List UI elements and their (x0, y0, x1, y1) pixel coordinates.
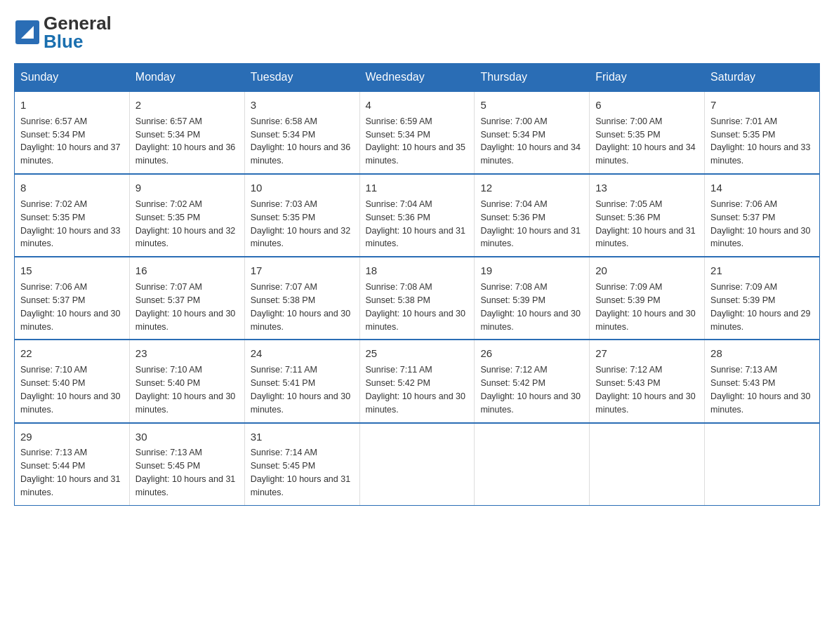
logo-icon (14, 19, 41, 46)
calendar-cell: 18Sunrise: 7:08 AMSunset: 5:38 PMDayligh… (359, 257, 475, 340)
day-info: Sunrise: 7:08 AMSunset: 5:39 PMDaylight:… (480, 282, 580, 332)
day-number: 7 (710, 98, 814, 113)
calendar-cell: 22Sunrise: 7:10 AMSunset: 5:40 PMDayligh… (15, 340, 130, 422)
day-info: Sunrise: 6:58 AMSunset: 5:34 PMDaylight:… (251, 116, 350, 166)
day-info: Sunrise: 7:04 AMSunset: 5:36 PMDaylight:… (366, 199, 465, 249)
day-number: 12 (480, 180, 583, 196)
day-number: 18 (366, 263, 469, 279)
calendar-cell: 12Sunrise: 7:04 AMSunset: 5:36 PMDayligh… (475, 174, 590, 257)
calendar-cell: 17Sunrise: 7:07 AMSunset: 5:38 PMDayligh… (244, 257, 359, 340)
day-number: 8 (20, 180, 124, 196)
calendar-cell: 31Sunrise: 7:14 AMSunset: 5:45 PMDayligh… (244, 423, 359, 506)
logo-blue-text: Blue (44, 32, 112, 51)
day-info: Sunrise: 6:57 AMSunset: 5:34 PMDaylight:… (135, 116, 235, 166)
day-number: 17 (251, 263, 354, 279)
calendar-cell: 27Sunrise: 7:12 AMSunset: 5:43 PMDayligh… (590, 340, 705, 422)
day-info: Sunrise: 7:12 AMSunset: 5:43 PMDaylight:… (595, 365, 695, 415)
day-number: 16 (135, 263, 239, 279)
calendar-cell (475, 423, 590, 506)
day-info: Sunrise: 7:01 AMSunset: 5:35 PMDaylight:… (710, 116, 810, 166)
calendar-cell: 15Sunrise: 7:06 AMSunset: 5:37 PMDayligh… (15, 257, 130, 340)
calendar-cell: 26Sunrise: 7:12 AMSunset: 5:42 PMDayligh… (475, 340, 590, 422)
calendar-cell: 20Sunrise: 7:09 AMSunset: 5:39 PMDayligh… (590, 257, 705, 340)
logo-general-text: General (44, 14, 112, 32)
calendar-cell: 8Sunrise: 7:02 AMSunset: 5:35 PMDaylight… (15, 174, 130, 257)
calendar-cell: 6Sunrise: 7:00 AMSunset: 5:35 PMDaylight… (590, 91, 705, 174)
header-friday: Friday (590, 64, 705, 92)
calendar-cell: 24Sunrise: 7:11 AMSunset: 5:41 PMDayligh… (244, 340, 359, 422)
calendar-cell: 13Sunrise: 7:05 AMSunset: 5:36 PMDayligh… (590, 174, 705, 257)
calendar-cell: 3Sunrise: 6:58 AMSunset: 5:34 PMDaylight… (244, 91, 359, 174)
day-info: Sunrise: 7:00 AMSunset: 5:35 PMDaylight:… (595, 116, 695, 166)
day-number: 20 (595, 263, 699, 279)
day-number: 6 (595, 98, 699, 113)
calendar-cell: 14Sunrise: 7:06 AMSunset: 5:37 PMDayligh… (705, 174, 820, 257)
day-number: 3 (251, 98, 354, 113)
day-info: Sunrise: 7:13 AMSunset: 5:45 PMDaylight:… (135, 448, 235, 497)
page-header: General Blue (14, 14, 820, 51)
week-row-3: 15Sunrise: 7:06 AMSunset: 5:37 PMDayligh… (15, 257, 820, 340)
calendar-cell (590, 423, 705, 506)
day-info: Sunrise: 7:08 AMSunset: 5:38 PMDaylight:… (366, 282, 465, 332)
day-number: 9 (135, 180, 239, 196)
day-info: Sunrise: 7:03 AMSunset: 5:35 PMDaylight:… (251, 199, 350, 249)
calendar-cell: 29Sunrise: 7:13 AMSunset: 5:44 PMDayligh… (15, 423, 130, 506)
calendar-cell: 10Sunrise: 7:03 AMSunset: 5:35 PMDayligh… (244, 174, 359, 257)
day-info: Sunrise: 7:09 AMSunset: 5:39 PMDaylight:… (595, 282, 695, 332)
logo: General Blue (14, 14, 112, 51)
day-number: 31 (251, 429, 354, 445)
day-number: 10 (251, 180, 354, 196)
day-number: 23 (135, 346, 239, 361)
day-number: 25 (366, 346, 469, 361)
calendar-cell: 2Sunrise: 6:57 AMSunset: 5:34 PMDaylight… (129, 91, 244, 174)
day-number: 4 (366, 98, 469, 113)
week-row-2: 8Sunrise: 7:02 AMSunset: 5:35 PMDaylight… (15, 174, 820, 257)
day-info: Sunrise: 7:11 AMSunset: 5:41 PMDaylight:… (251, 365, 350, 415)
day-info: Sunrise: 7:10 AMSunset: 5:40 PMDaylight:… (135, 365, 235, 415)
day-info: Sunrise: 7:13 AMSunset: 5:44 PMDaylight:… (20, 448, 120, 497)
calendar-cell: 19Sunrise: 7:08 AMSunset: 5:39 PMDayligh… (475, 257, 590, 340)
day-info: Sunrise: 7:13 AMSunset: 5:43 PMDaylight:… (710, 365, 810, 415)
calendar-cell: 1Sunrise: 6:57 AMSunset: 5:34 PMDaylight… (15, 91, 130, 174)
day-info: Sunrise: 7:04 AMSunset: 5:36 PMDaylight:… (480, 199, 580, 249)
week-row-1: 1Sunrise: 6:57 AMSunset: 5:34 PMDaylight… (15, 91, 820, 174)
day-number: 2 (135, 98, 239, 113)
day-info: Sunrise: 7:02 AMSunset: 5:35 PMDaylight:… (135, 199, 235, 249)
day-info: Sunrise: 7:11 AMSunset: 5:42 PMDaylight:… (366, 365, 465, 415)
header-wednesday: Wednesday (359, 64, 475, 92)
calendar-cell: 7Sunrise: 7:01 AMSunset: 5:35 PMDaylight… (705, 91, 820, 174)
day-info: Sunrise: 7:14 AMSunset: 5:45 PMDaylight:… (251, 448, 350, 497)
day-number: 21 (710, 263, 814, 279)
day-info: Sunrise: 7:07 AMSunset: 5:37 PMDaylight:… (135, 282, 235, 332)
week-row-5: 29Sunrise: 7:13 AMSunset: 5:44 PMDayligh… (15, 423, 820, 506)
day-info: Sunrise: 7:06 AMSunset: 5:37 PMDaylight:… (20, 282, 120, 332)
day-number: 5 (480, 98, 583, 113)
calendar-cell (705, 423, 820, 506)
calendar-cell: 28Sunrise: 7:13 AMSunset: 5:43 PMDayligh… (705, 340, 820, 422)
header-tuesday: Tuesday (244, 64, 359, 92)
day-number: 1 (20, 98, 124, 113)
week-row-4: 22Sunrise: 7:10 AMSunset: 5:40 PMDayligh… (15, 340, 820, 422)
calendar-cell: 25Sunrise: 7:11 AMSunset: 5:42 PMDayligh… (359, 340, 475, 422)
header-saturday: Saturday (705, 64, 820, 92)
calendar-cell: 9Sunrise: 7:02 AMSunset: 5:35 PMDaylight… (129, 174, 244, 257)
header-thursday: Thursday (475, 64, 590, 92)
day-number: 28 (710, 346, 814, 361)
day-info: Sunrise: 7:09 AMSunset: 5:39 PMDaylight:… (710, 282, 810, 332)
day-number: 22 (20, 346, 124, 361)
header-monday: Monday (129, 64, 244, 92)
day-info: Sunrise: 7:12 AMSunset: 5:42 PMDaylight:… (480, 365, 580, 415)
header-sunday: Sunday (15, 64, 130, 92)
day-info: Sunrise: 7:05 AMSunset: 5:36 PMDaylight:… (595, 199, 695, 249)
day-info: Sunrise: 7:10 AMSunset: 5:40 PMDaylight:… (20, 365, 120, 415)
calendar-cell: 30Sunrise: 7:13 AMSunset: 5:45 PMDayligh… (129, 423, 244, 506)
day-number: 30 (135, 429, 239, 445)
day-number: 13 (595, 180, 699, 196)
day-number: 15 (20, 263, 124, 279)
day-info: Sunrise: 7:02 AMSunset: 5:35 PMDaylight:… (20, 199, 120, 249)
day-info: Sunrise: 7:00 AMSunset: 5:34 PMDaylight:… (480, 116, 580, 166)
day-info: Sunrise: 7:06 AMSunset: 5:37 PMDaylight:… (710, 199, 810, 249)
calendar-table: SundayMondayTuesdayWednesdayThursdayFrid… (14, 63, 820, 506)
calendar-cell: 5Sunrise: 7:00 AMSunset: 5:34 PMDaylight… (475, 91, 590, 174)
day-number: 27 (595, 346, 699, 361)
